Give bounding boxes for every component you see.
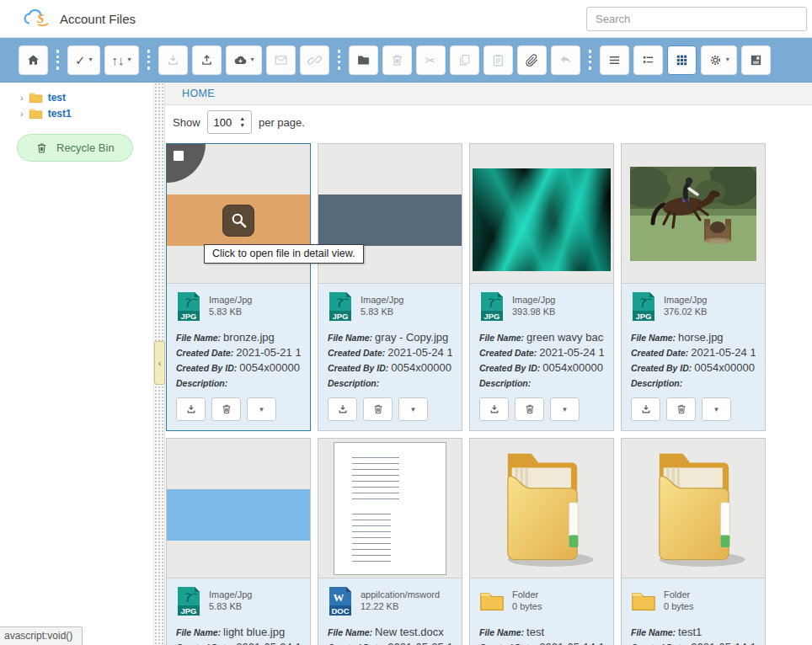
more-actions-button[interactable]: ▼ bbox=[247, 397, 276, 421]
created-by-field: Created By ID:0054x000001yD... bbox=[176, 360, 301, 375]
created-by-field: Created By ID:0054x000001yD... bbox=[328, 360, 452, 375]
created-date-field-value: 2021-05-14 16:0... bbox=[539, 641, 604, 645]
scissors-icon: ✂ bbox=[425, 54, 436, 67]
sidebar-splitter[interactable]: ‹ bbox=[153, 83, 165, 645]
cloud-download-icon bbox=[233, 53, 248, 67]
file-fields: File Name:New test.docxCreated Date:2021… bbox=[328, 624, 452, 645]
svg-text:JPG: JPG bbox=[180, 606, 196, 616]
file-thumbnail[interactable] bbox=[622, 439, 765, 578]
per-page-value[interactable]: 100 bbox=[214, 116, 233, 129]
page-title: Account Files bbox=[60, 12, 136, 26]
stepper-down-icon[interactable]: ▼ bbox=[240, 123, 245, 128]
file-card[interactable]: JPG Image/Jpg 5.83 KB File Name:light bl… bbox=[166, 438, 311, 645]
file-size: 12.22 KB bbox=[361, 600, 440, 612]
file-name-field-label: File Name: bbox=[631, 333, 676, 343]
description-field-label: Description: bbox=[176, 378, 227, 388]
download-icon bbox=[166, 53, 180, 67]
download-file-button[interactable] bbox=[176, 397, 206, 421]
app-header: S Account Files bbox=[0, 0, 812, 38]
more-actions-button[interactable]: ▼ bbox=[702, 397, 731, 421]
delete-file-button[interactable] bbox=[515, 397, 544, 421]
file-size: 0 bytes bbox=[512, 600, 542, 612]
grid-view-button[interactable] bbox=[667, 45, 697, 75]
paste-button bbox=[483, 45, 513, 75]
file-details: JPG Image/Jpg 393.98 KB File Name:green … bbox=[470, 284, 613, 430]
file-name-field: File Name:bronze.jpg bbox=[176, 329, 301, 344]
stepper-arrows: ▲▼ bbox=[240, 116, 245, 128]
file-name-field: File Name:test bbox=[479, 624, 604, 639]
card-select-corner[interactable] bbox=[167, 144, 206, 183]
file-name-field-value: New test.docx bbox=[375, 626, 444, 638]
file-card[interactable]: JPG Image/Jpg 393.98 KB File Name:green … bbox=[469, 143, 614, 431]
file-thumbnail[interactable]: Click to open file in detail view. bbox=[167, 144, 310, 284]
search-input[interactable] bbox=[586, 7, 807, 31]
breadcrumb: HOME bbox=[165, 83, 812, 105]
home-button[interactable] bbox=[19, 45, 48, 75]
download-file-button[interactable] bbox=[479, 397, 509, 421]
file-name-field: File Name:light blue.jpg bbox=[176, 624, 301, 639]
file-card[interactable]: WDOC appilcation/msword 12.22 KB File Na… bbox=[318, 438, 462, 645]
created-date-field: Created Date:2021-05-24 19:0... bbox=[176, 639, 301, 645]
description-field: Description: bbox=[176, 375, 301, 390]
file-thumbnail[interactable] bbox=[622, 144, 765, 284]
file-thumbnail[interactable] bbox=[470, 144, 613, 284]
upload-button[interactable] bbox=[192, 45, 222, 75]
file-card[interactable]: JPG Image/Jpg 5.83 KB File Name:gray - C… bbox=[318, 143, 462, 431]
account-files-app: S Account Files ✓▾ ↑↓▾ ▾ ✂ ▾ bbox=[0, 0, 812, 645]
file-thumbnail[interactable] bbox=[470, 439, 613, 578]
sidebar-folder-test[interactable]: › test bbox=[20, 89, 153, 105]
collapse-sidebar-handle[interactable]: ‹ bbox=[154, 341, 165, 385]
file-thumbnail[interactable] bbox=[167, 439, 310, 578]
file-card[interactable]: JPG Image/Jpg 376.02 KB File Name:horse.… bbox=[621, 143, 766, 431]
recycle-bin-button[interactable]: Recycle Bin bbox=[17, 134, 133, 162]
select-dropdown-button[interactable]: ✓▾ bbox=[67, 45, 100, 75]
email-button bbox=[266, 45, 296, 75]
file-card[interactable]: Folder 0 bytes File Name:test1Created Da… bbox=[621, 438, 766, 645]
card-checkbox[interactable] bbox=[174, 151, 184, 161]
zoom-preview-button[interactable] bbox=[222, 205, 254, 237]
svg-text:DOC: DOC bbox=[331, 606, 349, 616]
file-mimetype: Folder bbox=[512, 589, 542, 600]
settings-dropdown-button[interactable]: ▾ bbox=[701, 45, 737, 75]
caret-down-icon: ▼ bbox=[410, 406, 417, 413]
delete-file-button[interactable] bbox=[363, 397, 393, 421]
file-card[interactable]: Folder 0 bytes File Name:testCreated Dat… bbox=[469, 438, 614, 645]
save-image-button[interactable] bbox=[741, 45, 771, 75]
download-file-button[interactable] bbox=[631, 397, 660, 421]
cloud-download-dropdown-button[interactable]: ▾ bbox=[226, 45, 262, 75]
toolbar-separator bbox=[589, 50, 591, 70]
copy-button bbox=[450, 45, 479, 75]
new-folder-button[interactable] bbox=[349, 45, 378, 75]
chevron-right-icon[interactable]: › bbox=[20, 109, 24, 119]
stepper-up-icon[interactable]: ▲ bbox=[240, 116, 245, 121]
file-name-field-value: gray - Copy.jpg bbox=[375, 331, 448, 344]
list-view-button[interactable] bbox=[600, 45, 629, 75]
per-page-stepper[interactable]: 100 ▲▼ bbox=[207, 110, 252, 134]
sort-dropdown-button[interactable]: ↑↓▾ bbox=[104, 45, 139, 75]
delete-button bbox=[382, 45, 412, 75]
delete-file-button[interactable] bbox=[666, 397, 696, 421]
created-date-field: Created Date:2021-05-25 14:3... bbox=[328, 639, 452, 645]
chevron-right-icon[interactable]: › bbox=[20, 93, 24, 103]
file-details: WDOC appilcation/msword 12.22 KB File Na… bbox=[318, 578, 462, 645]
file-card[interactable]: Click to open file in detail view. JPG I… bbox=[166, 143, 311, 431]
more-actions-button[interactable]: ▼ bbox=[398, 397, 428, 421]
delete-file-button[interactable] bbox=[211, 397, 241, 421]
attach-button[interactable] bbox=[517, 45, 547, 75]
created-by-field-value: 0054x000001yD... bbox=[239, 361, 301, 374]
more-actions-button[interactable]: ▼ bbox=[550, 397, 580, 421]
detail-view-button[interactable] bbox=[633, 45, 663, 75]
undo-arrow-icon bbox=[558, 53, 573, 67]
file-thumbnail[interactable] bbox=[318, 439, 462, 578]
sidebar-folder-test1[interactable]: › test1 bbox=[20, 105, 153, 121]
caret-down-icon: ▼ bbox=[259, 406, 265, 413]
file-actions: ▼ bbox=[176, 397, 301, 421]
file-name-field: File Name:horse.jpg bbox=[631, 329, 756, 344]
file-fields: File Name:green wavy backgro...Created D… bbox=[479, 329, 604, 390]
file-type-icon bbox=[631, 586, 656, 616]
download-file-button[interactable] bbox=[328, 397, 357, 421]
file-size: 376.02 KB bbox=[664, 306, 707, 317]
breadcrumb-home-link[interactable]: HOME bbox=[182, 88, 215, 99]
folder-label: test bbox=[48, 92, 66, 104]
chevron-left-icon: ‹ bbox=[158, 358, 162, 368]
